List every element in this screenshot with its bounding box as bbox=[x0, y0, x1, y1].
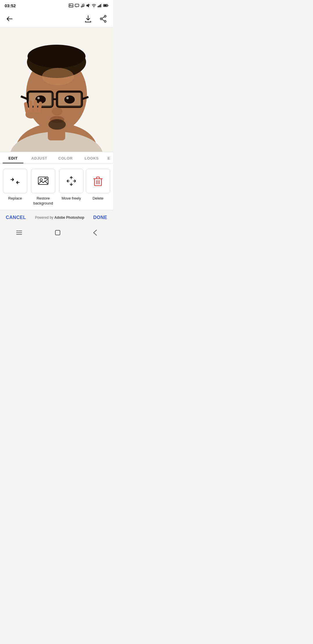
done-button[interactable]: DONE bbox=[93, 215, 107, 220]
tool-restore-icon-box bbox=[31, 169, 55, 193]
tool-move-freely[interactable]: Move freely bbox=[59, 169, 83, 206]
mute-status-icon bbox=[86, 3, 90, 8]
svg-rect-13 bbox=[100, 4, 101, 7]
cancel-button[interactable]: CANCEL bbox=[6, 215, 26, 220]
tab-edit[interactable]: EDIT bbox=[0, 152, 26, 163]
svg-point-41 bbox=[66, 97, 69, 99]
edit-tabs: EDIT ADJUST COLOR LOOKS E bbox=[0, 152, 113, 164]
tool-delete[interactable]: Delete bbox=[86, 169, 110, 206]
svg-rect-12 bbox=[99, 5, 100, 7]
status-time: 03:52 bbox=[5, 3, 16, 8]
svg-point-10 bbox=[94, 7, 94, 7]
tool-restore-label: Restore background bbox=[30, 196, 57, 206]
svg-rect-11 bbox=[98, 6, 99, 7]
delete-icon bbox=[93, 175, 103, 187]
nav-home-icon bbox=[54, 229, 61, 236]
svg-line-21 bbox=[102, 17, 104, 19]
svg-rect-14 bbox=[101, 4, 102, 7]
svg-point-40 bbox=[37, 97, 40, 99]
bottom-action-bar: CANCEL Powered by Adobe Photoshop DONE bbox=[0, 210, 113, 225]
nav-back-icon bbox=[93, 229, 97, 236]
svg-point-39 bbox=[64, 95, 75, 104]
photo-image bbox=[0, 28, 113, 152]
download-button[interactable] bbox=[83, 14, 93, 24]
tool-replace-icon-box bbox=[3, 169, 27, 193]
back-button[interactable] bbox=[5, 15, 14, 23]
svg-point-51 bbox=[40, 179, 42, 181]
svg-point-19 bbox=[100, 18, 102, 20]
message-status-icon bbox=[75, 4, 79, 8]
svg-point-20 bbox=[104, 21, 106, 22]
tool-restore-background[interactable]: Restore background bbox=[30, 169, 57, 206]
tool-delete-label: Delete bbox=[92, 196, 103, 201]
nav-menu-icon bbox=[16, 230, 22, 235]
app-bar bbox=[0, 10, 113, 27]
powered-by-text: Powered by Adobe Photoshop bbox=[35, 216, 84, 220]
tool-replace[interactable]: Replace bbox=[3, 169, 27, 206]
image-status-icon bbox=[69, 3, 73, 8]
tool-move-label: Move freely bbox=[61, 196, 81, 201]
svg-rect-61 bbox=[55, 230, 60, 235]
nav-bar bbox=[0, 225, 113, 242]
app-bar-actions bbox=[83, 14, 108, 24]
svg-rect-2 bbox=[75, 4, 79, 7]
svg-line-7 bbox=[82, 4, 84, 4]
svg-rect-16 bbox=[104, 5, 107, 6]
status-icons bbox=[69, 3, 108, 8]
restore-background-icon bbox=[37, 176, 49, 186]
svg-line-22 bbox=[102, 19, 104, 21]
tab-looks[interactable]: LOOKS bbox=[79, 152, 105, 163]
move-freely-icon bbox=[66, 176, 77, 187]
tab-more[interactable]: E bbox=[105, 152, 113, 163]
tools-section: Replace Restore background bbox=[0, 164, 113, 210]
nav-back-button[interactable] bbox=[92, 228, 98, 237]
replace-icon bbox=[10, 177, 21, 185]
svg-point-29 bbox=[28, 45, 85, 68]
svg-rect-48 bbox=[34, 100, 37, 113]
photo-canvas[interactable] bbox=[0, 27, 113, 152]
svg-rect-17 bbox=[108, 5, 108, 6]
nav-menu-button[interactable] bbox=[15, 229, 23, 236]
status-bar: 03:52 bbox=[0, 0, 113, 10]
tool-move-icon-box bbox=[59, 169, 83, 193]
tool-replace-label: Replace bbox=[8, 196, 22, 201]
svg-point-18 bbox=[104, 15, 106, 17]
svg-point-42 bbox=[52, 107, 62, 115]
battery-status-icon bbox=[103, 4, 108, 7]
svg-point-44 bbox=[48, 119, 66, 130]
share-button[interactable] bbox=[99, 14, 108, 24]
svg-point-30 bbox=[42, 68, 74, 85]
tab-adjust[interactable]: ADJUST bbox=[26, 152, 52, 163]
signal-status-icon bbox=[98, 4, 102, 7]
music-status-icon bbox=[81, 3, 85, 8]
tab-color[interactable]: COLOR bbox=[52, 152, 79, 163]
wifi-status-icon bbox=[92, 4, 96, 7]
nav-home-button[interactable] bbox=[53, 228, 62, 237]
tools-grid: Replace Restore background bbox=[3, 169, 110, 206]
tool-delete-icon-box bbox=[86, 169, 110, 193]
